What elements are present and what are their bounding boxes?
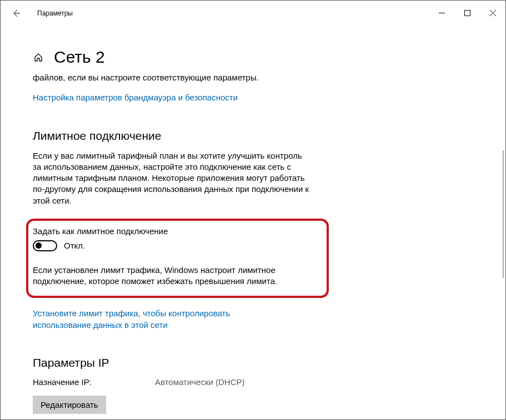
highlight-box: Задать как лимитное подключение Откл. Ес…: [26, 219, 329, 298]
close-button[interactable]: [480, 1, 505, 26]
metered-toggle[interactable]: [33, 240, 57, 251]
svg-rect-2: [464, 11, 470, 16]
firewall-settings-link[interactable]: Настройка параметров брандмауэра и безоп…: [33, 92, 266, 103]
header-row: Сеть 2: [33, 48, 472, 67]
metered-description: Если у вас лимитный тарифный план и вы х…: [33, 150, 310, 206]
intro-text-fragment: файлов, если вы настроите соответствующи…: [33, 72, 322, 83]
toggle-knob: [36, 242, 42, 249]
page-title: Сеть 2: [54, 48, 105, 67]
ip-assignment-row: Назначение IP: Автоматически (DHCP): [33, 377, 472, 387]
scrollbar[interactable]: [503, 150, 504, 278]
window-title: Параметры: [37, 9, 73, 17]
home-icon[interactable]: [33, 52, 44, 63]
ip-heading: Параметры IP: [33, 356, 472, 370]
maximize-button[interactable]: [454, 1, 480, 26]
metered-toggle-desc: Если установлен лимит трафика, Windows н…: [33, 265, 310, 287]
back-button[interactable]: [12, 9, 21, 18]
ip-assignment-value: Автоматически (DHCP): [155, 377, 245, 387]
edit-button[interactable]: Редактировать: [33, 396, 106, 414]
data-limit-link[interactable]: Установите лимит трафика, чтобы контроли…: [33, 308, 266, 331]
main-content: Сеть 2 файлов, если вы настроите соответ…: [1, 26, 505, 414]
metered-toggle-label: Задать как лимитное подключение: [33, 226, 322, 236]
titlebar: Параметры: [1, 1, 505, 26]
metered-toggle-state: Откл.: [64, 241, 85, 250]
metered-heading: Лимитное подключение: [33, 129, 472, 143]
window-controls: [429, 1, 505, 26]
minimize-button[interactable]: [429, 1, 454, 26]
toggle-row: Откл.: [33, 240, 322, 251]
ip-assignment-label: Назначение IP:: [33, 377, 155, 387]
